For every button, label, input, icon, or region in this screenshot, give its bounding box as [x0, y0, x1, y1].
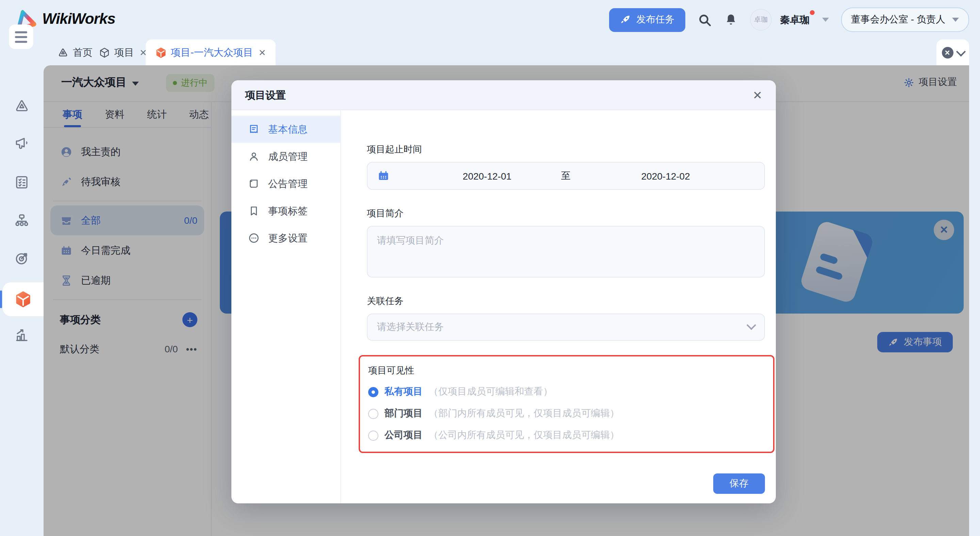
- logo-text: WikiWorks: [42, 10, 115, 28]
- user-caret-icon[interactable]: [822, 18, 829, 22]
- left-rail: [0, 65, 43, 536]
- workspace-label: 董事会办公室 - 负责人: [851, 14, 945, 26]
- radio-icon[interactable]: [368, 408, 379, 419]
- user-avatar[interactable]: 卓珈: [750, 9, 772, 31]
- nav-members[interactable]: 成员管理: [231, 143, 340, 170]
- tab-active-project[interactable]: 项目-一汽大众项目 ✕: [146, 40, 275, 65]
- tab-home-label: 首页: [73, 46, 92, 59]
- close-active-tab-icon[interactable]: ✕: [259, 47, 266, 57]
- rocket-icon: [620, 14, 631, 25]
- bookmark-icon: [248, 205, 260, 217]
- calendar-icon: [377, 170, 390, 182]
- description-label: 项目简介: [367, 208, 765, 220]
- modal-title: 项目设置: [245, 89, 286, 102]
- nav-basic-info[interactable]: 基本信息: [231, 116, 340, 143]
- visibility-label: 项目可见性: [368, 365, 766, 377]
- visibility-option-private[interactable]: 私有项目 （仅项目成员可编辑和查看）: [368, 381, 766, 403]
- workspace-caret-icon: [952, 18, 959, 22]
- save-button[interactable]: 保存: [713, 473, 765, 494]
- description-textarea[interactable]: 请填写项目简介: [367, 226, 765, 278]
- linked-task-select[interactable]: 请选择关联任务: [367, 314, 765, 341]
- modal-form: 项目起止时间 2020-12-01 至 2020-12-02 项目简介: [341, 109, 776, 503]
- tab-project-label: 项目: [115, 46, 134, 59]
- radio-selected-icon[interactable]: [368, 387, 379, 397]
- date-range-input[interactable]: 2020-12-01 至 2020-12-02: [367, 162, 765, 190]
- scroll-icon: [248, 178, 260, 190]
- select-chevron-icon: [746, 320, 756, 330]
- nav-item-tags[interactable]: 事项标签: [231, 197, 340, 224]
- app-window: WikiWorks 发布任务: [0, 0, 980, 536]
- publish-task-label: 发布任务: [636, 14, 675, 26]
- rail-home-icon[interactable]: [14, 98, 30, 114]
- linked-task-label: 关联任务: [367, 295, 765, 308]
- publish-task-button[interactable]: 发布任务: [609, 8, 685, 32]
- user-name[interactable]: 秦卓珈: [780, 13, 810, 26]
- avatar-initials: 卓珈: [754, 15, 768, 24]
- cube-orange-icon: [155, 47, 167, 58]
- tab-home[interactable]: 首页: [57, 40, 92, 65]
- cube-outline-icon: [99, 47, 110, 58]
- linked-task-placeholder: 请选择关联任务: [377, 321, 444, 333]
- rail-target-icon[interactable]: [14, 250, 30, 266]
- notification-dot: [810, 10, 814, 14]
- visibility-highlight-box: 项目可见性 私有项目 （仅项目成员可编辑和查看） 部门项目 （部门内所有成员可见…: [359, 355, 775, 453]
- save-label: 保存: [730, 477, 749, 490]
- tab-project[interactable]: 项目 ✕: [99, 40, 147, 65]
- home-tab-icon: [57, 47, 69, 58]
- visibility-option-department[interactable]: 部门项目 （部门内所有成员可见，仅项目成员可编辑）: [368, 403, 766, 425]
- radio-icon[interactable]: [368, 430, 379, 441]
- date-range-label: 项目起止时间: [367, 144, 765, 156]
- rail-checklist-icon[interactable]: [14, 174, 30, 190]
- rail-stats-icon[interactable]: [14, 327, 30, 344]
- search-icon[interactable]: [698, 13, 712, 27]
- bell-icon[interactable]: [724, 13, 738, 27]
- date-separator: 至: [561, 170, 571, 182]
- member-icon: [248, 150, 260, 163]
- description-placeholder: 请填写项目简介: [377, 235, 444, 246]
- tab-active-project-label: 项目-一汽大众项目: [171, 46, 253, 59]
- rail-orgchart-icon[interactable]: [14, 212, 30, 228]
- more-circle-icon: [248, 232, 260, 244]
- nav-more-settings[interactable]: 更多设置: [231, 224, 340, 252]
- start-date-value[interactable]: 2020-12-01: [463, 170, 511, 181]
- tab-bar: 首页 项目 ✕ 项目-一汽大众项目 ✕ ✕: [0, 40, 980, 65]
- nav-announcements[interactable]: 公告管理: [231, 170, 340, 197]
- rail-announcement-icon[interactable]: [14, 135, 30, 152]
- close-all-tabs-icon[interactable]: ✕: [942, 47, 953, 58]
- modal-header: 项目设置 ✕: [231, 80, 776, 110]
- rail-active-indicator: [0, 290, 2, 308]
- end-date-value[interactable]: 2020-12-02: [641, 170, 690, 181]
- modal-nav: 基本信息 成员管理: [231, 109, 341, 503]
- hamburger-menu-button[interactable]: [9, 24, 33, 49]
- modal-close-icon[interactable]: ✕: [750, 88, 765, 103]
- rail-projects-active[interactable]: [3, 282, 43, 316]
- top-header: WikiWorks 发布任务: [0, 0, 980, 40]
- project-settings-modal: 项目设置 ✕ 基本信息: [231, 80, 776, 503]
- workspace-selector[interactable]: 董事会办公室 - 负责人: [841, 8, 969, 32]
- document-icon: [248, 123, 260, 135]
- visibility-option-company[interactable]: 公司项目 （公司内所有成员可见，仅项目成员可编辑）: [368, 425, 766, 446]
- tab-controls: ✕: [937, 40, 969, 65]
- chevron-down-icon[interactable]: [956, 47, 966, 56]
